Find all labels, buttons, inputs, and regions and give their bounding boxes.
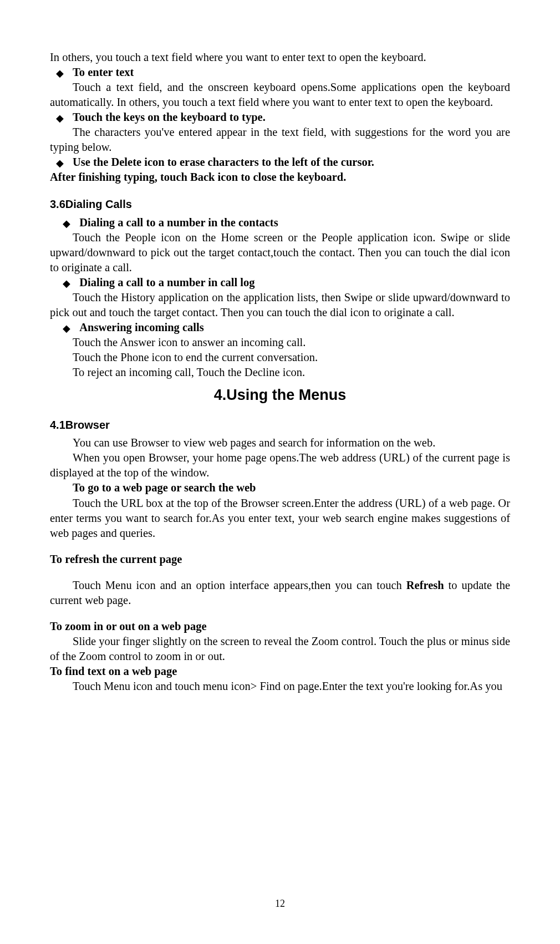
body-go-to-web: Touch the URL box at the top of the Brow… — [50, 496, 510, 541]
heading-dial-contacts: Dialing a call to a number in the contac… — [79, 215, 278, 230]
diamond-icon: ◆ — [56, 68, 64, 78]
chapter-4-title: 4.Using the Menus — [50, 385, 510, 405]
heading-touch-keys: Touch the keys on the keyboard to type. — [73, 110, 266, 125]
heading-find-text: To find text on a web page — [50, 664, 510, 679]
diamond-icon: ◆ — [63, 219, 70, 229]
page-content: In others, you touch a text field where … — [50, 50, 510, 694]
browser-intro-1: You can use Browser to view web pages an… — [50, 435, 510, 450]
diamond-icon: ◆ — [56, 113, 64, 123]
bullet-answering: ◆ Answering incoming calls — [57, 320, 510, 335]
body-touch-keys: The characters you've entered appear in … — [50, 125, 510, 155]
diamond-icon: ◆ — [63, 278, 70, 288]
bullet-delete-icon: ◆ Use the Delete icon to erase character… — [50, 155, 510, 170]
heading-answering: Answering incoming calls — [79, 320, 203, 335]
body-dial-call-log: Touch the History application on the app… — [50, 290, 510, 320]
body-refresh: Touch Menu icon and an option interface … — [50, 578, 510, 608]
browser-intro-2: When you open Browser, your home page op… — [50, 450, 510, 480]
refresh-bold: Refresh — [406, 579, 444, 591]
heading-zoom: To zoom in or out on a web page — [50, 619, 510, 634]
body-find-text: Touch Menu icon and touch menu icon> Fin… — [50, 679, 510, 694]
diamond-icon: ◆ — [56, 158, 64, 168]
heading-go-to-web: To go to a web page or search the web — [50, 480, 510, 495]
answering-line-1: Touch the Answer icon to answer an incom… — [50, 335, 510, 350]
bullet-touch-keys: ◆ Touch the keys on the keyboard to type… — [50, 110, 510, 125]
refresh-pre: Touch Menu icon and an option interface … — [73, 579, 406, 591]
bullet-dial-call-log: ◆ Dialing a call to a number in call log — [57, 275, 510, 290]
answering-line-3: To reject an incoming call, Touch the De… — [50, 365, 510, 380]
intro-paragraph: In others, you touch a text field where … — [50, 50, 510, 65]
section-4-1-title: 4.1Browser — [50, 418, 510, 432]
body-zoom: Slide your finger slightly on the screen… — [50, 634, 510, 664]
diamond-icon: ◆ — [63, 323, 70, 333]
heading-refresh: To refresh the current page — [50, 552, 510, 567]
finish-typing-line: After finishing typing, touch Back icon … — [50, 170, 510, 185]
bullet-dial-contacts: ◆ Dialing a call to a number in the cont… — [57, 215, 510, 230]
bullet-to-enter-text: ◆ To enter text — [50, 65, 510, 80]
body-dial-contacts: Touch the People icon on the Home screen… — [50, 230, 510, 275]
heading-dial-call-log: Dialing a call to a number in call log — [79, 275, 254, 290]
heading-delete-icon: Use the Delete icon to erase characters … — [73, 155, 374, 170]
body-to-enter-text: Touch a text field, and the onscreen key… — [50, 80, 510, 110]
page-number: 12 — [0, 897, 560, 911]
heading-to-enter-text: To enter text — [73, 65, 134, 80]
answering-line-2: Touch the Phone icon to end the current … — [50, 350, 510, 365]
section-3-6-title: 3.6Dialing Calls — [50, 197, 510, 211]
